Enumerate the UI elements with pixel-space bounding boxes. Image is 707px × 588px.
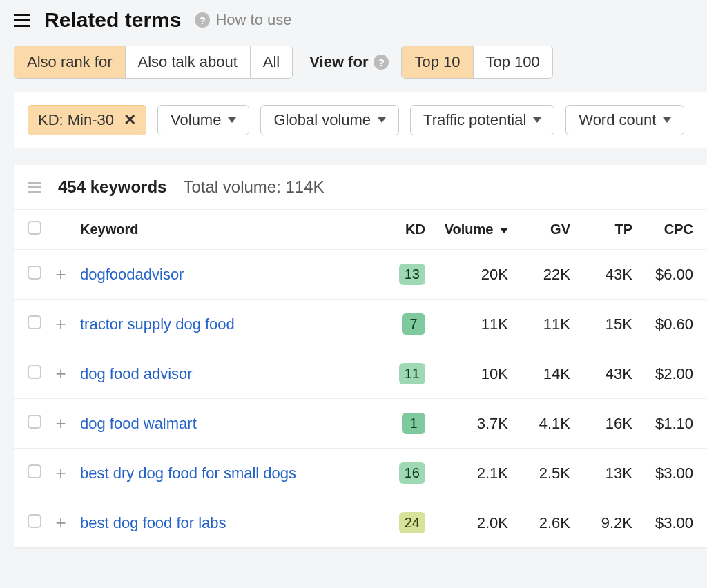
filter-chip-kd[interactable]: KD: Min-30 ✕ (28, 105, 146, 135)
view-for-tab-group: Top 10 Top 100 (401, 46, 552, 79)
filter-traffic-potential[interactable]: Traffic potential (410, 105, 554, 135)
keyword-count: 454 keywords (58, 177, 166, 197)
cell-volume: 10K (431, 349, 514, 399)
cell-volume: 2.0K (431, 498, 514, 548)
cell-cpc: $2.00 (638, 349, 707, 399)
cell-gv: 4.1K (514, 399, 576, 449)
cell-volume: 11K (431, 300, 514, 349)
plus-icon[interactable]: + (55, 363, 66, 384)
filter-word-count[interactable]: Word count (565, 105, 684, 135)
cell-gv: 11K (514, 300, 576, 349)
filter-bar: KD: Min-30 ✕ Volume Global volume Traffi… (14, 92, 707, 148)
tab-all[interactable]: All (250, 46, 292, 78)
cell-tp: 9.2K (576, 498, 638, 548)
keyword-table: Keyword KD Volume GV TP CPC +dogfoodadvi… (14, 209, 707, 548)
cell-tp: 13K (576, 449, 638, 498)
close-icon[interactable]: ✕ (124, 111, 136, 129)
row-checkbox[interactable] (28, 365, 41, 379)
cell-gv: 2.5K (514, 449, 576, 498)
kd-badge: 16 (399, 462, 425, 484)
table-row: +dog food walmart13.7K4.1K16K$1.10 (14, 399, 707, 449)
col-volume[interactable]: Volume (431, 210, 514, 250)
cell-volume: 20K (431, 250, 514, 300)
chevron-down-icon (378, 117, 386, 123)
view-for-label: View for ? (309, 53, 389, 71)
filter-chip-label: KD: Min-30 (38, 111, 114, 129)
cell-cpc: $0.60 (638, 300, 707, 349)
cell-gv: 2.6K (514, 498, 576, 548)
keyword-link[interactable]: best dog food for labs (80, 514, 226, 531)
how-to-use-link[interactable]: ? How to use (195, 11, 291, 29)
chevron-down-icon (533, 117, 541, 123)
tab-top-100[interactable]: Top 100 (473, 46, 552, 78)
tab-also-rank-for[interactable]: Also rank for (14, 46, 125, 78)
row-checkbox[interactable] (28, 415, 41, 429)
row-checkbox[interactable] (28, 315, 41, 329)
cell-gv: 14K (514, 349, 576, 399)
select-all-checkbox[interactable] (28, 221, 41, 235)
kd-badge: 11 (399, 363, 425, 384)
cell-tp: 16K (576, 399, 638, 449)
mode-tab-group: Also rank for Also talk about All (14, 46, 293, 79)
table-row: +dogfoodadvisor1320K22K43K$6.00 (14, 250, 707, 300)
plus-icon[interactable]: + (55, 512, 66, 533)
help-icon: ? (195, 12, 210, 28)
keyword-link[interactable]: dog food walmart (80, 415, 197, 432)
row-checkbox[interactable] (28, 464, 41, 478)
col-cpc[interactable]: CPC (638, 210, 707, 250)
total-volume: Total volume: 114K (183, 177, 324, 197)
keyword-link[interactable]: dogfoodadvisor (80, 266, 184, 283)
plus-icon[interactable]: + (55, 462, 66, 483)
table-row: +dog food advisor1110K14K43K$2.00 (14, 349, 707, 399)
filter-volume[interactable]: Volume (157, 105, 249, 135)
kd-badge: 7 (402, 313, 425, 335)
page-header: Related terms ? How to use (0, 0, 707, 40)
cell-cpc: $3.00 (638, 498, 707, 548)
tab-also-talk-about[interactable]: Also talk about (125, 46, 250, 78)
tab-row: Also rank for Also talk about All View f… (0, 40, 707, 92)
col-gv[interactable]: GV (514, 210, 576, 250)
plus-icon[interactable]: + (55, 313, 66, 334)
keyword-link[interactable]: best dry dog food for small dogs (80, 464, 296, 482)
page-title: Related terms (44, 8, 181, 32)
menu-icon[interactable] (14, 14, 30, 27)
kd-badge: 24 (399, 512, 425, 533)
col-tp[interactable]: TP (576, 210, 638, 250)
filter-global-volume[interactable]: Global volume (260, 105, 399, 135)
cell-tp: 15K (576, 300, 638, 349)
plus-icon[interactable]: + (55, 264, 66, 284)
table-row: +tractor supply dog food711K11K15K$0.60 (14, 300, 707, 349)
kd-badge: 1 (402, 413, 425, 434)
col-keyword[interactable]: Keyword (75, 210, 382, 250)
content-panel: KD: Min-30 ✕ Volume Global volume Traffi… (14, 92, 707, 548)
cell-tp: 43K (576, 250, 638, 300)
cell-cpc: $1.10 (638, 399, 707, 449)
kd-badge: 13 (399, 264, 425, 285)
cell-volume: 3.7K (431, 399, 514, 449)
plus-icon[interactable]: + (55, 413, 66, 433)
cell-tp: 43K (576, 349, 638, 399)
chevron-down-icon (228, 117, 236, 123)
table-row: +best dog food for labs242.0K2.6K9.2K$3.… (14, 498, 707, 548)
table-row: +best dry dog food for small dogs162.1K2… (14, 449, 707, 498)
row-checkbox[interactable] (28, 266, 41, 280)
row-checkbox[interactable] (28, 514, 41, 528)
chevron-down-icon (663, 117, 671, 123)
tab-top-10[interactable]: Top 10 (402, 46, 472, 78)
panel-gap (14, 148, 707, 165)
help-icon[interactable]: ? (374, 55, 389, 70)
cell-cpc: $6.00 (638, 250, 707, 300)
cell-cpc: $3.00 (638, 449, 707, 498)
how-to-use-label: How to use (215, 11, 291, 29)
col-kd[interactable]: KD (382, 210, 431, 250)
cell-volume: 2.1K (431, 449, 514, 498)
cell-gv: 22K (514, 250, 576, 300)
summary-bar: 454 keywords Total volume: 114K (14, 165, 707, 209)
sort-desc-icon (500, 228, 508, 233)
keyword-link[interactable]: dog food advisor (80, 365, 193, 382)
keyword-link[interactable]: tractor supply dog food (80, 315, 235, 333)
list-icon[interactable] (28, 182, 41, 193)
